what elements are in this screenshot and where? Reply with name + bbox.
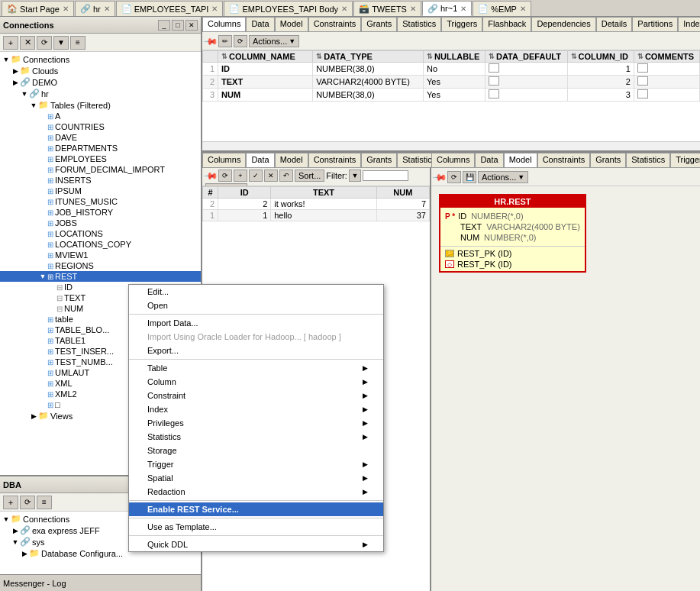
- tab-hr2[interactable]: 🔗 hr~1 ✕: [422, 1, 472, 16]
- menu-item-statistics[interactable]: Statistics▶: [129, 430, 383, 444]
- model-actions-btn[interactable]: Actions... ▼: [478, 171, 528, 183]
- tree-item-itunes[interactable]: ⊞ ITUNES_MUSIC: [0, 196, 201, 207]
- dba-add-btn[interactable]: +: [3, 496, 18, 509]
- col-header-column-name[interactable]: ⇅ COLUMN_NAME: [218, 51, 313, 63]
- tab-grants[interactable]: Grants: [361, 17, 397, 31]
- tree-item-demo[interactable]: ▶ 🔗 DEMO: [0, 76, 201, 88]
- tree-item-locations[interactable]: ⊞ LOCATIONS: [0, 228, 201, 239]
- data-filter-dropdown[interactable]: ▼: [349, 170, 361, 182]
- dba-refresh-btn[interactable]: ⟳: [20, 496, 35, 509]
- edit-btn[interactable]: ✏: [218, 35, 232, 47]
- top-grid-hscrollbar[interactable]: [202, 141, 700, 150]
- tab-model-triggers[interactable]: Triggers: [670, 153, 700, 167]
- add-connection-btn[interactable]: +: [3, 36, 18, 50]
- tab-employees-tapi[interactable]: 📄 EMPLOYEES_TAPI ✕: [116, 1, 224, 16]
- model-pin-icon[interactable]: 📌: [432, 169, 448, 185]
- tree-item-connections[interactable]: ▼ 📁 Connections: [0, 53, 201, 65]
- data-delete-btn[interactable]: ✕: [264, 170, 278, 182]
- data-pin-icon[interactable]: 📌: [203, 168, 219, 184]
- table-row[interactable]: 2 2 it works! 7: [203, 199, 430, 210]
- table-row[interactable]: 3 NUM NUMBER(38,0) Yes 3: [203, 89, 700, 102]
- menu-item-index[interactable]: Index▶: [129, 402, 383, 416]
- tab-hr[interactable]: 🔗 hr ✕: [75, 1, 115, 16]
- tab-model-model[interactable]: Model: [504, 153, 537, 167]
- connections-window-close[interactable]: ✕: [185, 20, 198, 31]
- connections-window-maximize[interactable]: □: [172, 20, 184, 31]
- tab-triggers[interactable]: Triggers: [441, 17, 482, 31]
- table-row[interactable]: 1 ID NUMBER(38,0) No 1: [203, 63, 700, 76]
- menu-item-table[interactable]: Table▶: [129, 361, 383, 375]
- tab-model-constraints[interactable]: Constraints: [537, 153, 591, 167]
- col-header-nullable[interactable]: ⇅ NULLABLE: [424, 51, 485, 63]
- properties-connection-btn[interactable]: ≡: [70, 36, 85, 50]
- tab-indexes[interactable]: Indexes: [678, 17, 700, 31]
- data-cell-id-2[interactable]: 1: [218, 210, 271, 221]
- menu-item-edit[interactable]: Edit...: [129, 285, 383, 299]
- data-commit-btn[interactable]: ✓: [249, 170, 263, 182]
- tree-item-countries[interactable]: ⊞ COUNTRIES: [0, 121, 201, 132]
- tab-model-statistics[interactable]: Statistics: [626, 153, 670, 167]
- er-diagram-area[interactable]: HR.REST P * ID NUMBER(*,0) TEXT VARCHAR2…: [431, 186, 700, 591]
- col-header-column-id[interactable]: ⇅ COLUMN_ID: [567, 51, 634, 63]
- tab-data-grid-model[interactable]: Model: [275, 153, 308, 167]
- data-col-text[interactable]: TEXT: [271, 187, 377, 199]
- model-save-btn[interactable]: 💾: [463, 171, 476, 183]
- tree-item-job-history[interactable]: ⊞ JOB_HISTORY: [0, 207, 201, 218]
- dba-props-btn[interactable]: ≡: [37, 496, 52, 509]
- tree-item-inserts[interactable]: ⊞ INSERTS: [0, 175, 201, 186]
- menu-item-open[interactable]: Open: [129, 299, 383, 312]
- tree-item-clouds[interactable]: ▶ 📁 Clouds: [0, 65, 201, 76]
- tree-item-hr[interactable]: ▼ 🔗 hr: [0, 88, 201, 99]
- data-col-id[interactable]: ID: [218, 187, 271, 199]
- col-header-data-type[interactable]: ⇅ DATA_TYPE: [313, 51, 424, 63]
- table-row[interactable]: 2 TEXT VARCHAR2(4000 BYTE) Yes 2: [203, 76, 700, 89]
- tree-item-ipsum[interactable]: ⊞ IPSUM: [0, 186, 201, 196]
- tree-item-rest[interactable]: ▼ ⊞ REST: [0, 271, 201, 282]
- data-cell-text-2[interactable]: hello: [271, 210, 377, 221]
- tab-close-etapi[interactable]: ✕: [211, 5, 218, 13]
- tab-model-grants[interactable]: Grants: [590, 153, 626, 167]
- tree-item-tables-filtered[interactable]: ▼ 📁 Tables (Filtered): [0, 99, 201, 111]
- tab-close-percent-emp[interactable]: ✕: [520, 5, 526, 13]
- tab-flashback[interactable]: Flashback: [482, 17, 531, 31]
- model-refresh-btn[interactable]: ⟳: [447, 171, 461, 183]
- tree-item-employees[interactable]: ⊞ EMPLOYEES: [0, 153, 201, 164]
- refresh-btn[interactable]: ⟳: [234, 35, 247, 47]
- tab-employees-tapi-body[interactable]: 📄 EMPLOYEES_TAPI Body ✕: [224, 1, 353, 16]
- tree-item-locations-copy[interactable]: ⊞ LOCATIONS_COPY: [0, 239, 201, 250]
- menu-item-enable-rest[interactable]: Enable REST Service...: [129, 502, 383, 516]
- tab-close-etapibody[interactable]: ✕: [341, 5, 347, 13]
- tab-model-data[interactable]: Data: [475, 153, 503, 167]
- tab-partitions[interactable]: Partitions: [632, 17, 678, 31]
- data-filter-input[interactable]: [363, 170, 408, 181]
- tab-close-hr[interactable]: ✕: [104, 5, 110, 13]
- menu-item-constraint[interactable]: Constraint▶: [129, 389, 383, 402]
- menu-item-export[interactable]: Export...: [129, 344, 383, 357]
- tree-item-dave[interactable]: ⊞ DAVE: [0, 132, 201, 143]
- data-insert-btn[interactable]: +: [234, 170, 247, 182]
- tab-statistics[interactable]: Statistics: [397, 17, 441, 31]
- pin-icon[interactable]: 📌: [203, 33, 219, 49]
- tab-close-start[interactable]: ✕: [63, 5, 69, 13]
- tab-tweets[interactable]: 🗃️ TWEETS ✕: [353, 1, 421, 16]
- remove-connection-btn[interactable]: ✕: [20, 36, 35, 50]
- tab-close-hr2[interactable]: ✕: [460, 5, 466, 13]
- tab-data-grid-grants[interactable]: Grants: [361, 153, 397, 167]
- data-cell-id-1[interactable]: 2: [218, 199, 271, 210]
- menu-item-storage[interactable]: Storage: [129, 444, 383, 457]
- tree-item-jobs[interactable]: ⊞ JOBS: [0, 218, 201, 228]
- tab-data-grid-columns[interactable]: Columns: [202, 153, 246, 167]
- col-header-data-default[interactable]: ⇅ DATA_DEFAULT: [485, 51, 568, 63]
- menu-item-redaction[interactable]: Redaction▶: [129, 485, 383, 499]
- table-row[interactable]: 1 1 hello 37: [203, 210, 430, 221]
- menu-item-use-template[interactable]: Use as Template...: [129, 520, 383, 534]
- tree-item-mview1[interactable]: ⊞ MVIEW1: [0, 250, 201, 260]
- data-sort-btn[interactable]: Sort...: [295, 170, 324, 182]
- menu-item-column[interactable]: Column▶: [129, 375, 383, 389]
- data-col-numcol[interactable]: NUM: [376, 187, 429, 199]
- data-cell-text-1[interactable]: it works!: [271, 199, 377, 210]
- tab-columns[interactable]: Columns: [202, 17, 246, 31]
- actions-dropdown[interactable]: Actions... ▼: [249, 35, 299, 47]
- tab-details[interactable]: Details: [596, 17, 633, 31]
- tab-close-tweets[interactable]: ✕: [410, 5, 416, 13]
